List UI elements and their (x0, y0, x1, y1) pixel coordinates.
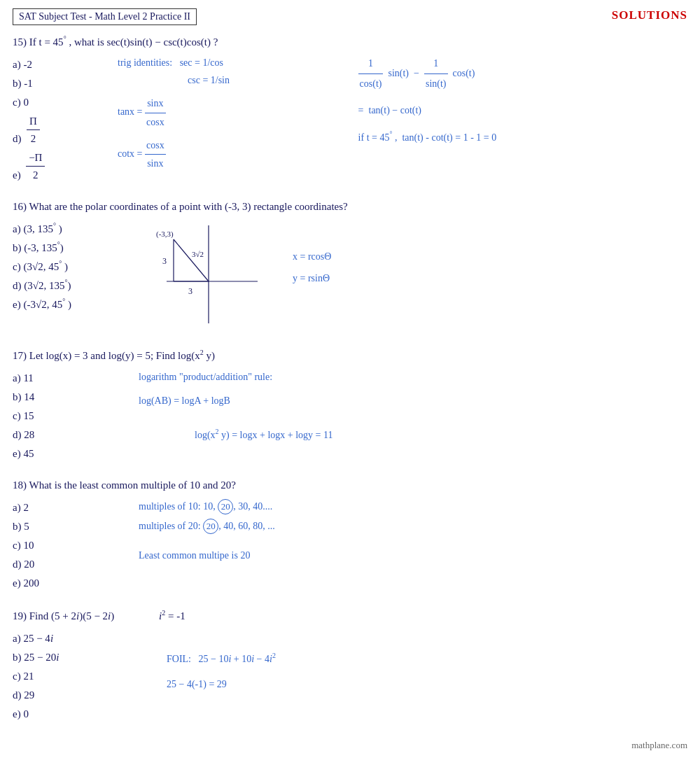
q18-choice-c: c) 10 (13, 537, 104, 554)
svg-text:3: 3 (162, 256, 167, 266)
q17-body: a) 11 b) 14 c) 15 d) 28 e) 45 logarithm … (13, 367, 687, 464)
q15-sol-step3: if t = 45° , tan(t) - cot(t) = 1 - 1 = 0 (358, 127, 687, 148)
page-footer: mathplane.com (13, 740, 687, 751)
page-title: SAT Subject Test - Math Level 2 Practice… (13, 8, 197, 25)
q17-correct-indicator: a) 11 (13, 372, 34, 384)
q19-foil-step2: 25 − 4(-1) = 29 (167, 675, 276, 694)
q16-number: 16) (13, 201, 27, 212)
trig-tan: tanx = sinxcosx (118, 94, 337, 130)
q19-explanation: FOIL: 25 − 10i + 10i − 4i2 25 − 4(-1) = … (167, 649, 276, 694)
question-17: 17) Let log(x) = 3 and log(y) = 5; Find … (13, 349, 687, 464)
q18-multiples20: multiples of 20: 20, 40, 60, 80, ... (139, 517, 275, 536)
q15-trig-identities: trig identities: sec = 1/cos csc = 1/sin… (118, 54, 337, 172)
q18-multiples10: multiples of 10: 10, 20, 30, 40.... (139, 497, 275, 517)
svg-text:3√2: 3√2 (192, 250, 204, 258)
q18-choices: a) 2 b) 5 c) 10 d) 20 e) 200 (13, 497, 104, 594)
q15-choice-e: e) −Π2 (13, 149, 104, 183)
q16-choices: a) (3, 135° ) b) (-3, 135°) c) (3√2, 45°… (13, 218, 139, 315)
q17-number: 17) (13, 350, 27, 361)
q16-formula-y: y = rsinΘ (293, 268, 331, 290)
q19-choice-a: a) 25 − 4i (13, 630, 118, 647)
q18-title: 18) What is the least common multiple of… (13, 479, 687, 491)
q15-title: 15) If t = 45° , what is sec(t)sin(t) − … (13, 35, 687, 48)
page-header: SAT Subject Test - Math Level 2 Practice… (13, 8, 687, 25)
q17-rule-label: logarithm "product/addition" rule: (139, 367, 332, 387)
q16-choice-a: a) (3, 135° ) (13, 220, 139, 237)
q15-trig-section: trig identities: sec = 1/cos csc = 1/sin… (118, 54, 687, 172)
question-16: 16) What are the polar coordinates of a … (13, 201, 687, 333)
trig-cot: cotx = cosxsinx (118, 136, 337, 172)
q17-explanation: logarithm "product/addition" rule: log(A… (139, 367, 332, 445)
q19-choices: a) 25 − 4i b) 25 − 20i c) 21 d) 29 e) 0 (13, 628, 118, 724)
q19-number: 19) (13, 610, 27, 622)
q15-sol-step1: 1cos(t) sin(t) − 1sin(t) cos(t) (358, 54, 687, 94)
q17-choice-e: e) 45 (13, 445, 104, 462)
question-15: 15) If t = 45° , what is sec(t)sin(t) − … (13, 35, 687, 185)
q19-choice-c: c) 21 (13, 668, 118, 685)
q15-choice-a: a) -2 (13, 56, 104, 73)
svg-line-4 (174, 239, 209, 281)
q17-rule-formula: log(AB) = logA + logB (139, 391, 332, 411)
q16-svg: (-3,3) 3 3 3√2 (153, 218, 265, 330)
q16-choice-e: e) (-3√2, 45° ) (13, 296, 139, 313)
q17-choice-c: c) 15 (13, 407, 104, 424)
q16-choice-b: b) (-3, 135°) (13, 239, 139, 256)
q19-correct-indicator: d) 29 (13, 689, 34, 701)
q18-choice-d: d) 20 (13, 556, 104, 573)
q16-text: What are the polar coordinates of a poin… (29, 201, 347, 212)
q19-text: Find (5 + 2i)(5 − 2i) (29, 610, 115, 622)
q18-choice-a: a) 2 (13, 499, 104, 516)
q19-foil-step1: FOIL: 25 − 10i + 10i − 4i2 (167, 649, 276, 669)
q16-diagram: (-3,3) 3 3 3√2 (153, 218, 265, 333)
question-19: 19) Find (5 + 2i)(5 − 2i) i2 = -1 a) 25 … (13, 609, 687, 724)
trig-label: trig identities: sec = 1/cos (118, 54, 337, 71)
q18-choice-e: e) 200 (13, 575, 104, 591)
q16-correct-indicator: d) (3√2, 135°) (13, 280, 71, 291)
q19-choice-d: d) 29 (13, 687, 118, 703)
q15-body: a) -2 b) -1 c) 0 d) Π2 e) −Π2 trig ident… (13, 54, 687, 185)
q15-number: 15) (13, 36, 27, 48)
q15-choices: a) -2 b) -1 c) 0 d) Π2 e) −Π2 (13, 54, 104, 185)
q17-choices: a) 11 b) 14 c) 15 d) 28 e) 45 (13, 367, 104, 464)
question-18: 18) What is the least common multiple of… (13, 479, 687, 594)
trig-csc: csc = 1/sin (188, 71, 337, 89)
svg-text:3: 3 (188, 286, 192, 296)
q16-title: 16) What are the polar coordinates of a … (13, 201, 687, 213)
q16-formulas: x = rcosΘ y = rsinΘ (293, 246, 331, 290)
q15-choice-b: b) -1 (13, 75, 104, 92)
q16-choice-c: c) (3√2, 45° ) (13, 258, 139, 275)
q18-choice-b: b) 5 (13, 518, 104, 535)
q19-body: a) 25 − 4i b) 25 − 20i c) 21 d) 29 e) 0 … (13, 628, 687, 724)
q18-text: What is the least common multiple of 10 … (29, 479, 235, 491)
q16-diagram-area: (-3,3) 3 3 3√2 x = rcosΘ y = rsinΘ (153, 218, 687, 333)
q16-choice-d: d) (3√2, 135°) (13, 277, 139, 294)
footer-text: mathplane.com (631, 740, 687, 750)
q17-choice-b: b) 14 (13, 388, 104, 405)
q19-choice-e: e) 0 (13, 706, 118, 722)
q18-explanation: multiples of 10: 10, 20, 30, 40.... mult… (139, 497, 275, 566)
q16-formula-x: x = rcosΘ (293, 246, 331, 268)
q17-text: Let log(x) = 3 and log(y) = 5; Find log(… (29, 350, 215, 361)
q18-body: a) 2 b) 5 c) 10 d) 20 e) 200 multiples o… (13, 497, 687, 594)
q17-solution: log(x2 y) = logx + logx + logy = 11 (195, 425, 332, 445)
q17-choice-d: d) 28 (13, 426, 104, 443)
q18-number: 18) (13, 479, 27, 491)
q17-choice-a: a) 11 (13, 370, 104, 386)
solutions-label: SOLUTIONS (612, 8, 687, 22)
q15-solution: 1cos(t) sin(t) − 1sin(t) cos(t) = tan(t)… (358, 54, 687, 148)
q19-title: 19) Find (5 + 2i)(5 − 2i) i2 = -1 (13, 609, 687, 622)
q15-choice-d: d) Π2 (13, 113, 104, 147)
q18-lcm-answer: Least common multipe is 20 (139, 546, 275, 566)
q17-title: 17) Let log(x) = 3 and log(y) = 5; Find … (13, 349, 687, 362)
q15-choice-c: c) 0 (13, 94, 104, 111)
q16-body: a) (3, 135° ) b) (-3, 135°) c) (3√2, 45°… (13, 218, 687, 333)
svg-text:(-3,3): (-3,3) (156, 230, 174, 239)
q19-choice-b: b) 25 − 20i (13, 649, 118, 666)
q15-sol-step2: = tan(t) − cot(t) (358, 101, 687, 120)
q18-correct-indicator: d) 20 (13, 559, 34, 570)
q15-correct-indicator: c) 0 (13, 97, 29, 108)
q19-i-squared: i2 = -1 (159, 610, 186, 622)
q15-text: If t = 45° , what is sec(t)sin(t) − csc(… (29, 36, 218, 48)
